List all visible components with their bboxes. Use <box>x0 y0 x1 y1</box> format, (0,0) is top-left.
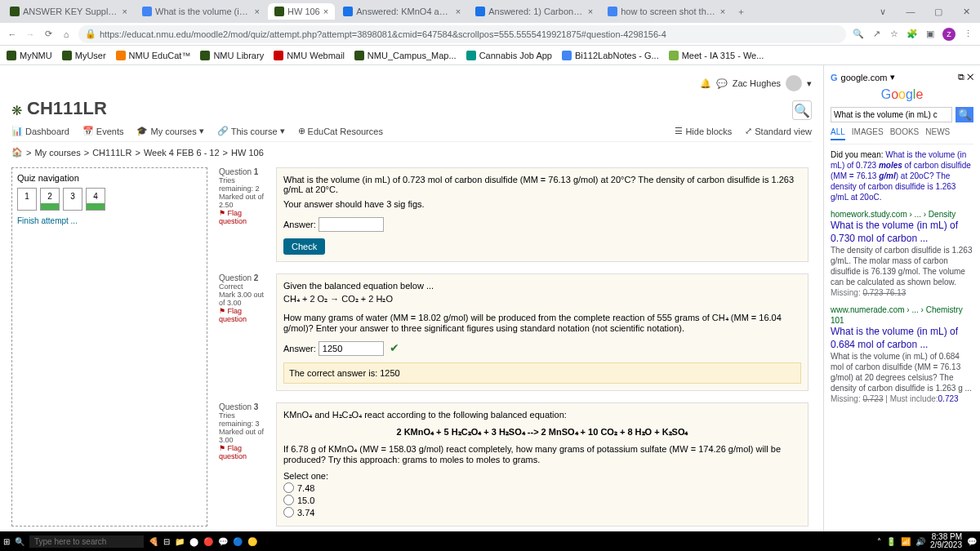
quiz-nav-item[interactable]: 1 <box>17 188 37 211</box>
quiz-nav-item[interactable]: 3 <box>63 188 82 211</box>
close-tab-icon[interactable]: × <box>255 7 260 16</box>
tray-battery-icon[interactable]: 🔋 <box>886 537 896 546</box>
bookmark-item[interactable]: Meet - IA 315 - We... <box>669 51 764 60</box>
google-search-button[interactable]: 🔍 <box>956 107 973 122</box>
url-input[interactable]: 🔒 https://educat.nmu.edu/moodle2/mod/qui… <box>78 25 846 43</box>
close-tab-icon[interactable]: × <box>456 7 461 16</box>
google-tab-news[interactable]: NEWS <box>925 127 950 140</box>
bookmarks-bar: MyNMUMyUserNMU EduCat™NMU LibraryNMU Web… <box>0 46 980 65</box>
q3-option[interactable]: 7.48 <box>283 482 801 493</box>
avatar[interactable] <box>786 75 802 91</box>
flag-question-3[interactable]: ⚑ Flag question <box>219 444 268 460</box>
nav-standard-view[interactable]: ⤢ Standard view <box>745 126 812 136</box>
google-search-input[interactable] <box>831 107 952 122</box>
nav-my-courses[interactable]: 🎓 My courses ▾ <box>136 126 203 136</box>
close-window-icon[interactable]: ✕ <box>952 0 980 23</box>
tray-notifications-icon[interactable]: 💬 <box>967 537 977 546</box>
close-tab-icon[interactable]: × <box>323 7 328 16</box>
home-icon[interactable]: 🏠 <box>11 147 23 158</box>
taskbar-pokeball-icon[interactable]: ⬤ <box>189 537 198 546</box>
close-tab-icon[interactable]: × <box>588 7 593 16</box>
nav-dashboard[interactable]: 📊 Dashboard <box>11 126 69 136</box>
flag-question-2[interactable]: ⚑ Flag question <box>219 307 268 323</box>
window-controls: ∨ — ▢ ✕ <box>869 0 980 23</box>
nav-hide-blocks[interactable]: ☰ Hide blocks <box>675 126 732 136</box>
browser-tab[interactable]: how to screen shot think pad - G× <box>601 3 732 20</box>
q2-answer-input[interactable] <box>318 341 384 356</box>
finish-attempt-link[interactable]: Finish attempt ... <box>17 216 78 225</box>
star-icon[interactable]: ☆ <box>889 29 900 40</box>
crumb-course[interactable]: CH111LR <box>92 148 131 158</box>
close-tab-icon[interactable]: × <box>122 7 127 16</box>
search-icon[interactable]: 🔍 <box>853 29 864 40</box>
google-tab-books[interactable]: BOOKS <box>890 127 920 140</box>
nav-this-course[interactable]: 🔗 This course ▾ <box>217 126 285 136</box>
crumb-week[interactable]: Week 4 FEB 6 - 12 <box>144 148 220 158</box>
bookmark-item[interactable]: MyUser <box>62 51 106 60</box>
bookmark-item[interactable]: MyNMU <box>7 51 52 60</box>
flag-question-1[interactable]: ⚑ Flag question <box>219 209 268 225</box>
share-icon[interactable]: ↗ <box>871 29 882 40</box>
chevron-down-icon[interactable]: ∨ <box>869 0 897 23</box>
taskbar-discord-icon[interactable]: 💬 <box>218 537 228 546</box>
course-search-button[interactable]: 🔍 <box>792 100 812 120</box>
back-icon[interactable]: ← <box>7 29 18 40</box>
bell-icon[interactable]: 🔔 <box>700 78 711 89</box>
reload-icon[interactable]: ⟳ <box>42 29 54 40</box>
maximize-icon[interactable]: ▢ <box>924 0 952 23</box>
crumb-hw[interactable]: HW 106 <box>231 148 264 158</box>
q3-option[interactable]: 3.74 <box>283 507 801 518</box>
nav-events[interactable]: 📅 Events <box>82 126 124 136</box>
bookmark-item[interactable]: NMU_Campus_Map... <box>354 51 457 60</box>
taskbar-chrome-icon[interactable]: 🔴 <box>203 537 213 546</box>
taskbar-search-input[interactable] <box>29 535 144 548</box>
start-button[interactable]: ⊞ <box>3 537 10 546</box>
google-tab-images[interactable]: IMAGES <box>852 127 884 140</box>
quiz-nav-item[interactable]: 4 <box>86 188 105 211</box>
forward-icon[interactable]: → <box>24 29 36 40</box>
taskbar-taskview-icon[interactable]: ⊟ <box>163 537 170 546</box>
open-external-icon[interactable]: ⧉ <box>958 72 964 82</box>
tray-sound-icon[interactable]: 🔊 <box>915 537 925 546</box>
quiz-nav-item[interactable]: 2 <box>40 188 60 211</box>
username[interactable]: Zac Hughes <box>733 78 781 88</box>
bookmark-item[interactable]: Cannabis Job App <box>466 51 552 60</box>
taskbar-pizza-icon[interactable]: 🍕 <box>149 537 158 546</box>
google-did-you-mean[interactable]: Did you mean: What is the volume (in mL)… <box>831 149 973 202</box>
menu-icon[interactable]: ⋮ <box>962 29 973 40</box>
tray-up-icon[interactable]: ˄ <box>877 537 881 546</box>
home-icon[interactable]: ⌂ <box>60 29 72 40</box>
nav-educat-resources[interactable]: ⊕ EduCat Resources <box>298 126 383 136</box>
crumb-my-courses[interactable]: My courses <box>34 148 80 158</box>
taskbar-disney-icon[interactable]: 🔵 <box>233 537 243 546</box>
browser-tab[interactable]: What is the volume (in mL) of 0.× <box>136 3 266 20</box>
new-tab-button[interactable]: ＋ <box>732 6 751 18</box>
tray-clock[interactable]: 8:38 PM 2/9/2023 <box>930 533 962 549</box>
google-result-2[interactable]: www.numerade.com › ... › Chemistry 101 W… <box>831 304 973 404</box>
bookmark-item[interactable]: NMU Webmail <box>274 51 345 60</box>
google-result-1[interactable]: homework.study.com › ... › Density What … <box>831 209 973 298</box>
q1-check-button[interactable]: Check <box>283 238 325 255</box>
taskbar-explorer-icon[interactable]: 📁 <box>175 537 185 546</box>
q1-answer-input[interactable] <box>318 217 384 232</box>
q2-text: How many grams of water (MM = 18.02 g/mo… <box>283 313 801 333</box>
tray-wifi-icon[interactable]: 📶 <box>901 537 911 546</box>
chat-icon[interactable]: 💬 <box>716 78 728 89</box>
bookmark-item[interactable]: NMU Library <box>200 51 264 60</box>
browser-tab[interactable]: HW 106× <box>268 3 335 20</box>
profile-icon[interactable]: Z <box>942 28 956 41</box>
browser-tab[interactable]: Answered: KMnO4 and H2C2O4× <box>336 3 467 20</box>
bookmark-item[interactable]: NMU EduCat™ <box>116 51 191 60</box>
q3-option[interactable]: 15.0 <box>283 495 801 505</box>
extension-icon[interactable]: 🧩 <box>906 29 918 40</box>
reader-icon[interactable]: ▣ <box>924 29 936 40</box>
browser-tab[interactable]: Answered: 1) Carbon disulphide× <box>469 3 599 20</box>
taskbar-game-icon[interactable]: 🟡 <box>247 537 257 546</box>
close-tab-icon[interactable]: × <box>720 7 725 16</box>
close-panel-icon[interactable]: ✕ <box>967 72 973 82</box>
browser-tab[interactable]: ANSWER KEY Supplemental Prob× <box>3 3 134 20</box>
minimize-icon[interactable]: — <box>897 0 924 23</box>
bookmark-item[interactable]: Bi112LabNotes - G... <box>562 51 659 60</box>
google-tab-all[interactable]: ALL <box>831 127 845 140</box>
user-menu-chevron[interactable]: ▾ <box>807 78 812 89</box>
